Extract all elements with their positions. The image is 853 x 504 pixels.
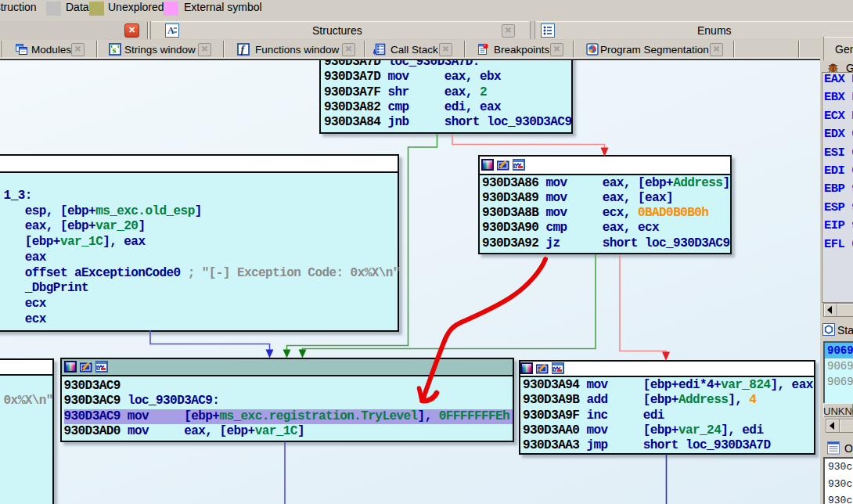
svg-text:A: A bbox=[167, 25, 175, 36]
svg-text:s: s bbox=[113, 44, 117, 56]
